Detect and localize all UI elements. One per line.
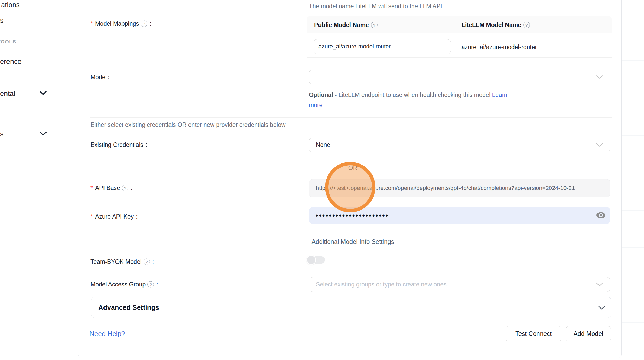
divider-line-left: [90, 242, 299, 242]
column-divider: [453, 20, 453, 30]
sidebar-item-organizations[interactable]: ations: [1, 1, 20, 9]
sidebar-item-settings[interactable]: s: [0, 130, 4, 138]
chevron-down-icon: [596, 74, 603, 81]
sidebar-item-inference[interactable]: erence: [0, 58, 22, 66]
background-row-line: [622, 322, 644, 323]
model-name-help-text: The model name LiteLLM will send to the …: [309, 3, 442, 10]
help-circle-icon[interactable]: ?: [147, 281, 154, 288]
model-access-group-select[interactable]: Select existing groups or type to create…: [309, 277, 610, 292]
existing-credentials-label: Existing Credentials:: [90, 141, 147, 148]
additional-settings-divider-label: Additional Model Info Settings: [311, 238, 394, 245]
chevron-down-icon: [596, 281, 603, 288]
sidebar-item[interactable]: s: [0, 17, 4, 25]
eye-icon[interactable]: [596, 211, 606, 220]
divider-line-right: [406, 242, 612, 242]
public-model-name-input[interactable]: [314, 39, 451, 54]
help-circle-icon[interactable]: ?: [371, 22, 378, 28]
api-base-label: * API Base ? :: [90, 185, 132, 192]
required-asterisk: *: [90, 20, 93, 27]
background-row-line: [622, 98, 644, 98]
background-row-line: [622, 173, 644, 173]
help-circle-icon[interactable]: ?: [141, 21, 147, 27]
or-divider-label: OR: [344, 164, 362, 172]
advanced-settings-title: Advanced Settings: [98, 304, 159, 312]
sidebar-section-tools: TOOLS: [0, 39, 16, 45]
background-row-line: [622, 60, 644, 61]
mode-help-text-line2: more: [309, 102, 322, 109]
chevron-down-icon: [40, 91, 47, 96]
model-access-group-label: Model Access Group ? :: [90, 281, 158, 288]
learn-more-link[interactable]: Learn: [492, 91, 507, 98]
azure-api-key-label: * Azure API Key :: [90, 213, 138, 220]
help-circle-icon[interactable]: ?: [122, 185, 128, 191]
learn-more-link[interactable]: more: [309, 102, 322, 108]
background-row-line: [622, 135, 644, 136]
chevron-down-icon: [40, 132, 47, 137]
toggle-knob: [306, 255, 316, 265]
required-asterisk: *: [90, 185, 93, 192]
background-row-line: [622, 23, 644, 23]
mode-help-text: Optional - LiteLLM endpoint to use when …: [309, 91, 507, 99]
background-row-line: [622, 285, 644, 285]
column-header-litellm-model-name: LiteLLM Model Name ?: [461, 22, 530, 29]
mode-label: Mode:: [90, 74, 109, 81]
section-divider: [90, 117, 612, 118]
model-mappings-label: * Model Mappings ? :: [90, 20, 151, 27]
required-asterisk: *: [90, 213, 93, 220]
table-row-border: [307, 57, 612, 58]
add-model-button[interactable]: Add Model: [566, 326, 611, 341]
chevron-down-icon: [598, 306, 605, 311]
chevron-down-icon: [596, 141, 603, 148]
need-help-link[interactable]: Need Help?: [89, 330, 125, 338]
background-row-line: [622, 247, 644, 248]
column-header-public-model-name: Public Model Name ?: [314, 22, 378, 29]
test-connect-button[interactable]: Test Connect: [506, 326, 561, 341]
mode-select[interactable]: [309, 70, 610, 84]
team-byok-label: Team-BYOK Model ? :: [90, 258, 154, 265]
existing-credentials-select[interactable]: None: [309, 138, 610, 152]
sidebar-item-experimental[interactable]: ental: [0, 90, 15, 98]
help-circle-icon[interactable]: ?: [523, 22, 530, 28]
help-circle-icon[interactable]: ?: [144, 259, 150, 265]
api-base-input[interactable]: [309, 179, 610, 197]
background-row-line: [622, 210, 644, 211]
litellm-model-name-value: azure_ai/azure-model-router: [461, 44, 537, 51]
advanced-settings-panel[interactable]: [91, 297, 611, 318]
masked-api-key-value: ••••••••••••••••••••••: [316, 211, 389, 220]
credentials-note: Either select existing credentials OR en…: [90, 121, 285, 128]
